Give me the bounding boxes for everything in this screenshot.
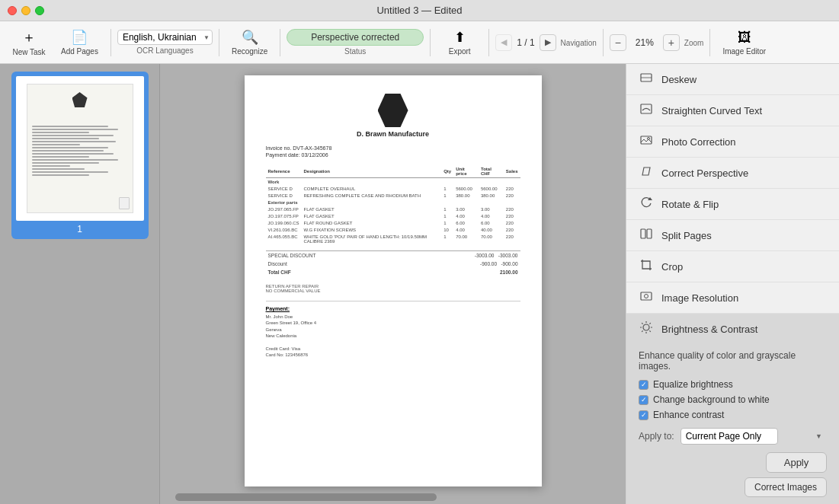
change-background-row: ✓ Change background to white <box>639 394 827 405</box>
enhance-contrast-checkbox[interactable]: ✓ <box>639 410 648 420</box>
close-button[interactable] <box>8 6 17 15</box>
brightness-contrast-label: Brightness & Contrast <box>661 324 757 335</box>
discount-row: Discount -900.00 -900.00 <box>266 260 520 268</box>
tool-straighten[interactable]: Straighten Curved Text <box>626 95 839 126</box>
thumbnail-page-number: 1 <box>77 224 82 234</box>
recognize-button[interactable]: 🔍 Recognize <box>226 26 274 59</box>
right-panel: Deskew Straighten Curved Text Photo Corr… <box>626 64 839 504</box>
tool-split-pages[interactable]: Split Pages <box>626 220 839 251</box>
thumbnail-lines <box>32 126 128 176</box>
equalize-brightness-checkbox[interactable]: ✓ <box>639 380 648 390</box>
doc-payment-title: Payment: <box>266 306 520 311</box>
recognize-icon: 🔍 <box>242 29 258 46</box>
separator-2 <box>219 29 219 56</box>
brightness-contrast-header[interactable]: Brightness & Contrast <box>626 314 839 344</box>
apply-to-select[interactable]: Current Page Only All Pages <box>680 428 778 445</box>
status-label: Status <box>344 47 366 56</box>
zoom-out-button[interactable]: − <box>610 34 626 51</box>
document-area: D. Brawn Manufacture Invoice no. DVT-AX-… <box>160 64 626 504</box>
toolbar: ＋ New Task 📄 Add Pages English, Ukrainia… <box>0 21 839 64</box>
col-designation: Designation <box>302 165 442 178</box>
doc-logo-hexagon <box>378 94 408 127</box>
lang-select-wrapper[interactable]: English, Ukrainian ▼ <box>117 30 213 45</box>
select-arrow-icon: ▼ <box>815 432 822 440</box>
rotate-flip-label: Rotate & Flip <box>661 199 827 210</box>
col-unit-price: Unit price <box>453 165 479 178</box>
new-task-button[interactable]: ＋ New Task <box>6 25 52 59</box>
correct-images-button[interactable]: Correct Images <box>745 477 827 497</box>
table-row: JO.197.075.FP FLAT GASKET 1 4.00 4.00 22… <box>266 212 520 219</box>
window-title: Untitled 3 — Edited <box>376 5 462 16</box>
titlebar: Untitled 3 — Edited <box>0 0 839 21</box>
minimize-button[interactable] <box>21 6 30 15</box>
svg-point-10 <box>643 324 649 330</box>
split-pages-label: Split Pages <box>661 230 827 241</box>
maximize-button[interactable] <box>35 6 44 15</box>
table-row: JO.199.060.CS FLAT ROUND GASKET 1 6.00 6… <box>266 219 520 226</box>
doc-table: Reference Designation Qty Unit price Tot… <box>266 165 520 244</box>
doc-payment: Payment: Mr. John Doe Green Street 19, O… <box>266 301 520 359</box>
doc-invoice-no: Invoice no. DVT-AX-345678 <box>266 145 520 151</box>
doc-logo-area: D. Brawn Manufacture <box>266 94 520 138</box>
equalize-brightness-label: Equalize brightness <box>653 379 733 390</box>
export-button[interactable]: ⬆ Export <box>437 26 482 59</box>
image-resolution-label: Image Resolution <box>661 292 827 304</box>
traffic-lights <box>8 6 44 15</box>
correct-perspective-icon <box>639 164 654 181</box>
svg-rect-8 <box>641 292 652 300</box>
enhance-contrast-row: ✓ Enhance contrast <box>639 410 827 420</box>
separator-3 <box>280 29 280 56</box>
zoom-in-button[interactable]: + <box>663 34 680 51</box>
add-pages-button[interactable]: 📄 Add Pages <box>55 26 104 59</box>
photo-correction-label: Photo Correction <box>661 136 827 148</box>
photo-correction-icon <box>639 133 654 150</box>
thumbnail-page-1[interactable]: 1 <box>11 72 149 239</box>
svg-line-18 <box>642 330 642 331</box>
tool-image-resolution[interactable]: Image Resolution <box>626 282 839 314</box>
tool-rotate-flip[interactable]: Rotate & Flip <box>626 189 839 220</box>
crop-label: Crop <box>661 261 827 273</box>
lang-select[interactable]: English, Ukrainian <box>117 30 213 45</box>
image-editor-button[interactable]: 🖼 Image Editor <box>716 27 772 59</box>
rotate-flip-icon <box>639 196 654 212</box>
export-icon: ⬆ <box>454 29 466 46</box>
col-sales: Sales <box>504 165 520 178</box>
enhance-contrast-label: Enhance contrast <box>653 410 724 420</box>
zoom-group: − 21% + <box>610 34 680 51</box>
special-discount-row: SPECIAL DISCOUNT -3003.00 -3003.00 <box>266 251 520 260</box>
zoom-value: 21% <box>631 37 658 48</box>
ocr-languages-label: OCR Languages <box>136 46 194 55</box>
split-pages-icon <box>639 227 654 244</box>
tool-crop[interactable]: Crop <box>626 251 839 282</box>
straighten-label: Straighten Curved Text <box>661 105 827 116</box>
table-row: AI.465.055.BC WHITE GOLD 'POU' PAIR OF H… <box>266 233 520 244</box>
separator-1 <box>110 29 111 56</box>
separator-4 <box>430 29 431 56</box>
svg-rect-3 <box>641 136 652 144</box>
apply-to-select-wrapper[interactable]: Current Page Only All Pages ▼ <box>680 428 827 445</box>
tool-correct-perspective[interactable]: Correct Perspective <box>626 158 839 189</box>
table-row: VI.261.036.BC W.G FIXATION SCREWS 10 4.0… <box>266 226 520 233</box>
change-background-checkbox[interactable]: ✓ <box>639 395 648 405</box>
svg-rect-6 <box>641 229 645 238</box>
add-pages-icon: 📄 <box>71 29 88 46</box>
brightness-contrast-section: Brightness & Contrast Enhance quality of… <box>626 314 839 504</box>
prev-page-button[interactable]: ◀ <box>495 34 512 51</box>
svg-rect-7 <box>647 229 652 238</box>
next-page-button[interactable]: ▶ <box>540 34 556 51</box>
image-resolution-icon <box>639 289 654 306</box>
separator-5 <box>488 29 489 56</box>
tool-deskew[interactable]: Deskew <box>626 64 839 95</box>
recognize-label: Recognize <box>232 47 267 56</box>
total-row: Total CHF 2100.00 <box>266 268 520 276</box>
work-section-label: Work <box>266 178 520 186</box>
tool-photo-correction[interactable]: Photo Correction <box>626 126 839 158</box>
equalize-brightness-row: ✓ Equalize brightness <box>639 379 827 390</box>
col-qty: Qty <box>441 165 453 178</box>
correct-perspective-label: Correct Perspective <box>661 167 827 179</box>
navigation-label: Navigation <box>561 39 597 47</box>
thumbnail-logo <box>72 92 88 107</box>
svg-point-9 <box>645 295 648 298</box>
straighten-icon <box>639 102 654 119</box>
apply-button[interactable]: Apply <box>766 452 827 473</box>
